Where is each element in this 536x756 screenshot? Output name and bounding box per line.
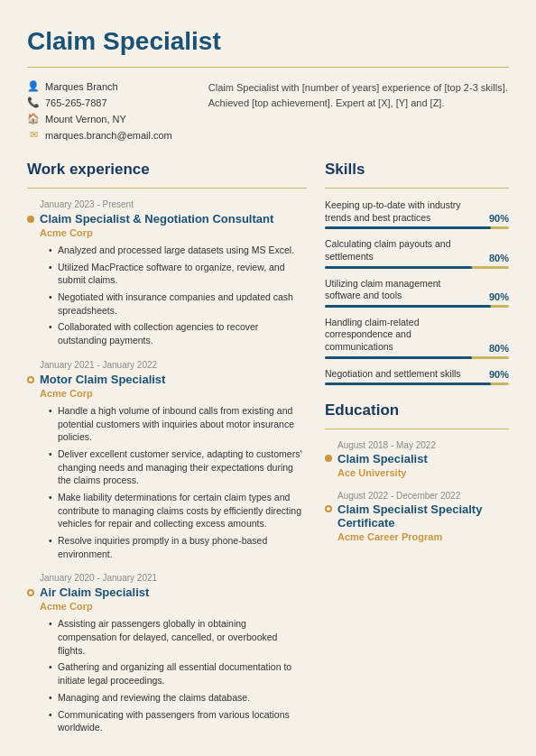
bullet-3-1: Assisting air passengers globally in obt… bbox=[49, 617, 307, 657]
work-experience-title: Work experience bbox=[27, 161, 307, 179]
email-icon: ✉ bbox=[27, 129, 40, 141]
skill-item-1: Keeping up-to-date with industry trends … bbox=[325, 199, 509, 229]
skill-bar-fill-5 bbox=[325, 383, 491, 385]
header: Claim Specialist 👤 Marques Branch 📞 765-… bbox=[27, 27, 509, 141]
bullet-2-2: Deliver excellent customer service, adap… bbox=[49, 447, 307, 487]
job-date-3: January 2020 - January 2021 bbox=[40, 573, 307, 583]
skills-title: Skills bbox=[325, 161, 509, 179]
bullet-3-4: Communicating with passengers from vario… bbox=[49, 708, 307, 734]
job-date-2: January 2021 - January 2022 bbox=[40, 360, 307, 370]
education-divider bbox=[325, 429, 509, 429]
skills-section: Skills Keeping up-to-date with industry … bbox=[325, 161, 509, 385]
contact-left: 👤 Marques Branch 📞 765-265-7887 🏠 Mount … bbox=[27, 80, 172, 141]
job-title-3: Air Claim Specialist bbox=[40, 585, 307, 599]
job-entry-3: January 2020 - January 2021 Air Claim Sp… bbox=[27, 573, 307, 734]
contact-email-text: marques.branch@email.com bbox=[45, 130, 172, 141]
left-column: Work experience January 2023 - Present C… bbox=[27, 161, 307, 747]
skill-bar-bg-3 bbox=[325, 305, 509, 308]
education-title: Education bbox=[325, 401, 509, 419]
skill-item-4: Handling claim-related correspondence an… bbox=[325, 317, 509, 359]
skill-percent-5: 90% bbox=[482, 369, 509, 380]
right-column: Skills Keeping up-to-date with industry … bbox=[325, 161, 509, 747]
contact-email: ✉ marques.branch@email.com bbox=[27, 129, 172, 141]
skill-name-2: Calculating claim payouts and settlement… bbox=[325, 238, 482, 263]
work-experience-section: Work experience January 2023 - Present C… bbox=[27, 161, 307, 734]
contact-summary: Claim Specialist with [number of years] … bbox=[208, 80, 509, 141]
bullet-3-2: Gathering and organizing all essential d… bbox=[49, 660, 307, 687]
bullet-2-4: Resolve inquiries promptly in a busy pho… bbox=[49, 534, 307, 560]
skill-item-3: Utilizing claim management software and … bbox=[325, 278, 509, 308]
job-dot-1 bbox=[27, 216, 34, 223]
skill-bar-bg-5 bbox=[325, 383, 509, 385]
skill-bar-fill-3 bbox=[325, 305, 491, 308]
skill-header-4: Handling claim-related correspondence an… bbox=[325, 317, 509, 354]
edu-date-2: August 2022 - December 2022 bbox=[337, 491, 509, 501]
edu-institution-2: Acme Career Program bbox=[337, 531, 509, 542]
job-dot-3 bbox=[27, 589, 34, 596]
skill-name-5: Negotiation and settlement skills bbox=[325, 368, 482, 381]
edu-entry-1: August 2018 - May 2022 Claim Specialist … bbox=[325, 440, 509, 478]
job-company-3: Acme Corp bbox=[40, 601, 307, 612]
contact-phone-text: 765-265-7887 bbox=[45, 97, 107, 108]
job-bullets-3: Assisting air passengers globally in obt… bbox=[40, 617, 307, 734]
job-date-1: January 2023 - Present bbox=[40, 199, 307, 209]
contact-person-text: Marques Branch bbox=[45, 81, 118, 92]
skill-name-1: Keeping up-to-date with industry trends … bbox=[325, 199, 482, 224]
contact-location: 🏠 Mount Vernon, NY bbox=[27, 113, 172, 124]
main-content: Work experience January 2023 - Present C… bbox=[27, 161, 509, 747]
edu-entry-2: August 2022 - December 2022 Claim Specia… bbox=[325, 491, 509, 542]
contact-location-text: Mount Vernon, NY bbox=[45, 114, 126, 124]
bullet-1-2: Utilized MacPractice software to organiz… bbox=[49, 261, 307, 287]
edu-institution-1: Ace University bbox=[337, 467, 509, 478]
skill-header-1: Keeping up-to-date with industry trends … bbox=[325, 199, 509, 224]
skill-header-5: Negotiation and settlement skills 90% bbox=[325, 368, 509, 381]
bullet-1-3: Negotiated with insurance companies and … bbox=[49, 290, 307, 317]
edu-title-2: Claim Specialist Specialty Certificate bbox=[337, 502, 509, 530]
person-icon: 👤 bbox=[27, 80, 40, 92]
edu-date-1: August 2018 - May 2022 bbox=[337, 440, 509, 450]
job-title-1: Claim Specialist & Negotiation Consultan… bbox=[40, 212, 307, 226]
job-company-1: Acme Corp bbox=[40, 227, 307, 238]
job-company-2: Acme Corp bbox=[40, 388, 307, 399]
edu-dot-1 bbox=[325, 455, 332, 462]
skill-item-2: Calculating claim payouts and settlement… bbox=[325, 238, 509, 268]
skill-percent-4: 80% bbox=[482, 343, 509, 354]
work-divider bbox=[27, 188, 307, 189]
location-icon: 🏠 bbox=[27, 113, 40, 124]
bullet-1-4: Collaborated with collection agencies to… bbox=[49, 320, 307, 346]
contact-section: 👤 Marques Branch 📞 765-265-7887 🏠 Mount … bbox=[27, 80, 509, 141]
bullet-2-3: Make liability determinations for certai… bbox=[49, 491, 307, 530]
skill-bar-bg-4 bbox=[325, 356, 509, 359]
header-divider bbox=[27, 67, 509, 68]
bullet-3-3: Managing and reviewing the claims databa… bbox=[49, 691, 307, 705]
edu-title-1: Claim Specialist bbox=[337, 452, 509, 466]
contact-phone: 📞 765-265-7887 bbox=[27, 97, 172, 108]
skill-percent-3: 90% bbox=[482, 291, 509, 302]
skill-header-2: Calculating claim payouts and settlement… bbox=[325, 238, 509, 263]
skill-name-4: Handling claim-related correspondence an… bbox=[325, 317, 482, 354]
skill-bar-bg-1 bbox=[325, 226, 509, 229]
education-section: Education August 2018 - May 2022 Claim S… bbox=[325, 401, 509, 542]
skill-item-5: Negotiation and settlement skills 90% bbox=[325, 368, 509, 386]
edu-dot-2 bbox=[325, 505, 332, 512]
job-entry-1: January 2023 - Present Claim Specialist … bbox=[27, 199, 307, 347]
job-dot-2 bbox=[27, 376, 34, 383]
job-bullets-1: Analyzed and processed large datasets us… bbox=[40, 244, 307, 347]
bullet-2-1: Handle a high volume of inbound calls fr… bbox=[49, 404, 307, 444]
skills-divider bbox=[325, 188, 509, 189]
skill-percent-2: 80% bbox=[482, 253, 509, 263]
skill-bar-fill-2 bbox=[325, 266, 472, 269]
phone-icon: 📞 bbox=[27, 97, 40, 108]
skill-bar-fill-1 bbox=[325, 226, 491, 229]
skill-percent-1: 90% bbox=[482, 213, 509, 224]
page-title: Claim Specialist bbox=[27, 27, 509, 56]
skill-header-3: Utilizing claim management software and … bbox=[325, 278, 509, 302]
job-title-2: Motor Claim Specialist bbox=[40, 373, 307, 386]
skill-bar-fill-4 bbox=[325, 356, 472, 359]
bullet-1-1: Analyzed and processed large datasets us… bbox=[49, 244, 307, 257]
job-bullets-2: Handle a high volume of inbound calls fr… bbox=[40, 404, 307, 561]
skill-bar-bg-2 bbox=[325, 266, 509, 269]
skill-name-3: Utilizing claim management software and … bbox=[325, 278, 482, 302]
job-entry-2: January 2021 - January 2022 Motor Claim … bbox=[27, 360, 307, 561]
contact-person: 👤 Marques Branch bbox=[27, 80, 172, 92]
